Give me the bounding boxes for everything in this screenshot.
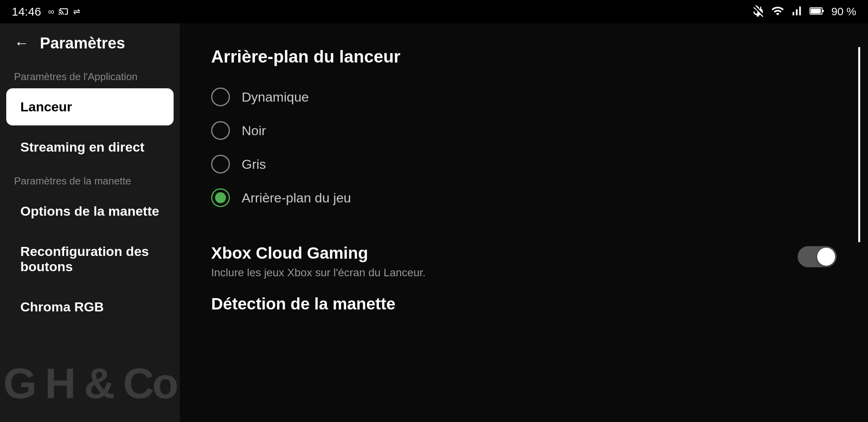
sidebar-item-lanceur[interactable]: Lanceur <box>6 88 174 125</box>
radio-item-jeu[interactable]: Arrière-plan du jeu <box>211 183 837 213</box>
sidebar-title: Paramètres <box>40 34 125 52</box>
sidebar-item-reconfiguration[interactable]: Reconfiguration des boutons <box>6 233 174 285</box>
status-bar: 14:46 ∞ ⇌ <box>0 0 868 23</box>
infinity-icon: ∞ <box>48 7 54 17</box>
right-panel: Arrière-plan du lanceur Dynamique Noir G… <box>180 23 868 422</box>
detection-section: Détection de la manette <box>211 295 837 313</box>
status-icons: ∞ ⇌ <box>48 5 80 18</box>
scrollbar-indicator <box>858 47 860 242</box>
sidebar-item-chroma-rgb[interactable]: Chroma RGB <box>6 288 174 325</box>
radio-item-noir[interactable]: Noir <box>211 116 837 145</box>
wifi-icon <box>771 4 784 19</box>
svg-rect-2 <box>811 9 821 14</box>
mute-icon <box>752 4 766 19</box>
sidebar-header: ← Paramètres <box>0 23 180 63</box>
battery-icon <box>809 4 826 19</box>
xbox-cloud-toggle-container <box>798 246 837 267</box>
sidebar-label-app-params: Paramètres de l'Application <box>0 63 180 87</box>
radio-label-jeu: Arrière-plan du jeu <box>242 190 351 206</box>
signal-icon <box>790 4 803 19</box>
radio-label-noir: Noir <box>242 123 266 138</box>
xbox-cloud-title: Xbox Cloud Gaming <box>211 244 782 263</box>
background-section-title: Arrière-plan du lanceur <box>211 47 837 66</box>
radio-label-gris: Gris <box>242 157 266 172</box>
background-section: Arrière-plan du lanceur Dynamique Noir G… <box>211 47 837 213</box>
radio-circle-dynamique <box>211 88 230 106</box>
sidebar-item-streaming[interactable]: Streaming en direct <box>6 129 174 166</box>
status-bar-right: 90 % <box>752 4 856 19</box>
main-content: ← Paramètres Paramètres de l'Application… <box>0 23 868 422</box>
xbox-cloud-toggle[interactable] <box>798 246 837 267</box>
xbox-cloud-gaming-section: Xbox Cloud Gaming Inclure les jeux Xbox … <box>211 236 837 287</box>
radio-label-dynamique: Dynamique <box>242 89 309 105</box>
radio-circle-jeu <box>211 188 230 207</box>
radio-item-dynamique[interactable]: Dynamique <box>211 82 837 112</box>
cast-icon <box>58 5 69 18</box>
transfer-icon: ⇌ <box>73 7 80 17</box>
status-bar-left: 14:46 ∞ ⇌ <box>12 5 80 18</box>
svg-rect-1 <box>822 10 824 12</box>
xbox-cloud-info: Xbox Cloud Gaming Inclure les jeux Xbox … <box>211 244 798 279</box>
toggle-knob <box>817 248 835 266</box>
sidebar-label-manette-params: Paramètres de la manette <box>0 167 180 191</box>
xbox-cloud-description: Inclure les jeux Xbox sur l'écran du Lan… <box>211 266 782 279</box>
sidebar: ← Paramètres Paramètres de l'Application… <box>0 23 180 422</box>
sidebar-item-options-manette[interactable]: Options de la manette <box>6 193 174 230</box>
radio-circle-noir <box>211 121 230 140</box>
detection-section-title: Détection de la manette <box>211 295 837 313</box>
status-time: 14:46 <box>12 5 41 18</box>
watermark: G H & Co <box>0 344 180 422</box>
radio-group-background: Dynamique Noir Gris Arrière-plan du jeu <box>211 82 837 213</box>
radio-circle-gris <box>211 155 230 173</box>
radio-item-gris[interactable]: Gris <box>211 149 837 179</box>
battery-percent: 90 % <box>831 5 856 18</box>
back-button[interactable]: ← <box>14 35 29 52</box>
